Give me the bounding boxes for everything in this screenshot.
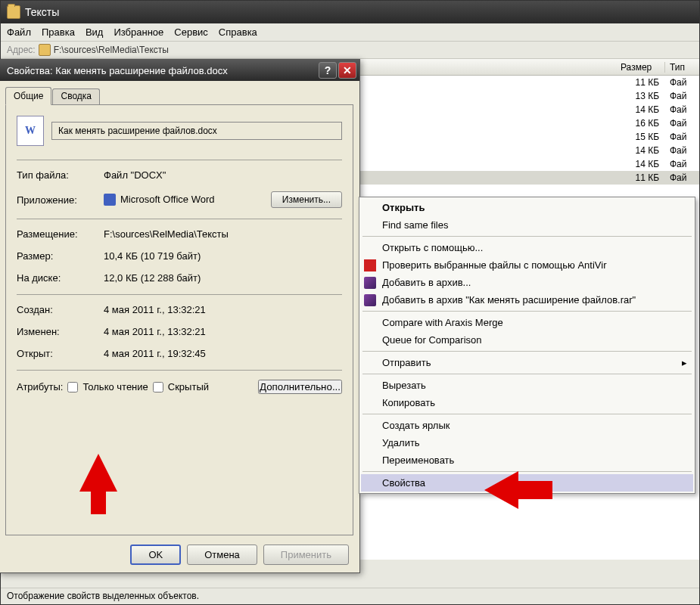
statusbar: Отображение свойств выделенных объектов. — [1, 588, 699, 604]
cancel-button[interactable]: Отмена — [187, 544, 257, 565]
close-button[interactable]: ✕ — [338, 62, 356, 79]
filename-field[interactable]: Как менять расширение файлов.docx — [51, 122, 342, 140]
readonly-checkbox[interactable] — [67, 382, 78, 392]
menu-help[interactable]: Справка — [219, 26, 257, 38]
apply-button[interactable]: Применить — [263, 544, 349, 565]
rar-icon — [364, 294, 376, 306]
ctx-antivir[interactable]: Проверить выбранные файлы с помощью Anti… — [361, 256, 693, 274]
tabs: Общие Сводка — [0, 81, 359, 104]
svg-marker-0 — [79, 454, 117, 514]
properties-dialog: Свойства: Как менять расширение файлов.d… — [0, 59, 360, 573]
ctx-archive-add[interactable]: Добавить в архив... — [361, 274, 693, 291]
attr-label: Атрибуты: — [17, 381, 63, 392]
folder-icon — [7, 5, 20, 19]
modified-value: 4 мая 2011 г., 13:32:21 — [104, 326, 342, 337]
created-value: 4 мая 2011 г., 13:32:21 — [104, 304, 342, 315]
disk-value: 12,0 КБ (12 288 байт) — [104, 272, 342, 284]
arrow-annotation-icon — [484, 467, 552, 513]
dialog-buttons: OK Отмена Применить — [130, 544, 349, 565]
menu-favorites[interactable]: Избранное — [114, 26, 163, 38]
ctx-open[interactable]: Открыть — [361, 199, 693, 216]
address-path[interactable]: F:\sources\RelMedia\Тексты — [54, 45, 169, 55]
ok-button[interactable]: OK — [130, 544, 181, 565]
size-value: 10,4 КБ (10 719 байт) — [104, 250, 342, 262]
modified-label: Изменен: — [17, 326, 104, 337]
accessed-label: Открыт: — [17, 348, 104, 359]
accessed-value: 4 мая 2011 г., 19:32:45 — [104, 348, 342, 359]
advanced-button[interactable]: Дополнительно... — [258, 380, 342, 394]
ctx-send[interactable]: Отправить▸ — [361, 354, 693, 371]
type-value: Файл "DOCX" — [104, 169, 342, 181]
ctx-archive-rar[interactable]: Добавить в архив "Как менять расширение … — [361, 291, 693, 309]
ctx-rename[interactable]: Переименовать — [361, 451, 693, 469]
rar-icon — [364, 277, 376, 289]
app-value: Microsoft Office Word — [104, 194, 271, 206]
folder-icon — [39, 44, 51, 56]
ctx-shortcut[interactable]: Создать ярлык — [361, 417, 693, 434]
menu-tools[interactable]: Сервис — [174, 26, 208, 38]
tab-summary[interactable]: Сводка — [52, 88, 100, 104]
ctx-queue[interactable]: Queue for Comparison — [361, 331, 693, 349]
ctx-copy[interactable]: Копировать — [361, 394, 693, 411]
menu-edit[interactable]: Правка — [42, 26, 75, 38]
tab-panel: Как менять расширение файлов.docx Тип фа… — [5, 104, 353, 535]
app-label: Приложение: — [17, 194, 104, 206]
window-title: Тексты — [25, 6, 59, 18]
menu-file[interactable]: Файл — [7, 26, 31, 38]
word-icon — [104, 194, 116, 206]
titlebar[interactable]: Тексты — [1, 1, 699, 23]
menu-view[interactable]: Вид — [86, 26, 104, 38]
dialog-title: Свойства: Как менять расширение файлов.d… — [7, 65, 317, 76]
created-label: Создан: — [17, 304, 104, 315]
hidden-checkbox[interactable] — [153, 382, 163, 392]
ctx-open-with[interactable]: Открыть с помощью... — [361, 239, 693, 256]
tab-general[interactable]: Общие — [5, 87, 51, 105]
type-label: Тип файла: — [17, 169, 104, 181]
location-value: F:\sources\RelMedia\Тексты — [104, 228, 342, 240]
hidden-label: Скрытый — [168, 381, 209, 392]
dialog-titlebar[interactable]: Свойства: Как менять расширение файлов.d… — [0, 60, 359, 81]
help-button[interactable]: ? — [319, 62, 337, 79]
address-label: Адрес: — [7, 45, 36, 55]
addressbar: Адрес: F:\sources\RelMedia\Тексты — [1, 42, 699, 59]
location-label: Размещение: — [17, 228, 104, 240]
col-type[interactable]: Тип — [665, 62, 699, 73]
context-menu: Открыть Find same files Открыть с помощь… — [359, 197, 695, 494]
col-size[interactable]: Размер — [616, 62, 665, 73]
ctx-find-same[interactable]: Find same files — [361, 216, 693, 234]
antivir-icon — [364, 259, 376, 271]
size-label: Размер: — [17, 250, 104, 262]
ctx-compare[interactable]: Compare with Araxis Merge — [361, 314, 693, 331]
change-button[interactable]: Изменить... — [271, 191, 342, 208]
disk-label: На диске: — [17, 272, 104, 284]
docx-icon — [17, 116, 44, 146]
readonly-label: Только чтение — [82, 381, 148, 392]
ctx-delete[interactable]: Удалить — [361, 434, 693, 451]
menubar: Файл Правка Вид Избранное Сервис Справка — [1, 23, 699, 42]
chevron-right-icon: ▸ — [682, 357, 687, 368]
ctx-cut[interactable]: Вырезать — [361, 377, 693, 394]
arrow-annotation-icon — [76, 454, 121, 514]
svg-marker-1 — [484, 471, 552, 509]
